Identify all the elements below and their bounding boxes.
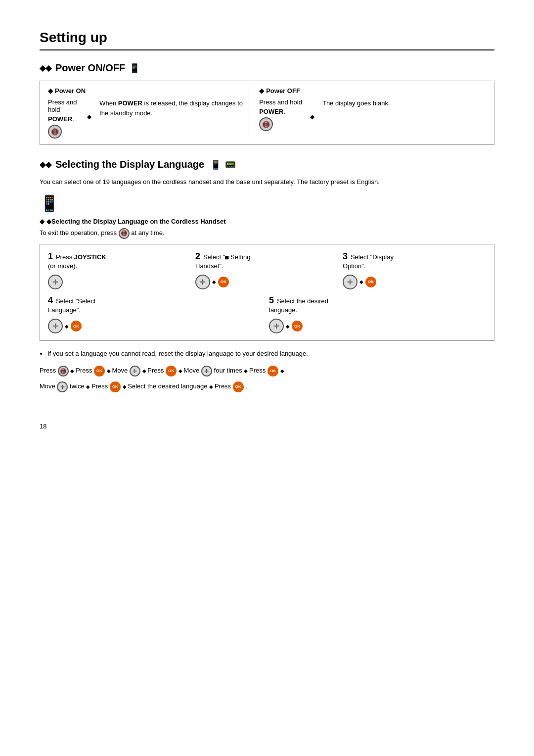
- step-3-ok: OK: [365, 277, 376, 287]
- step-3-header: 3 Select "DisplayOption".: [343, 251, 486, 271]
- language-header-text: Selecting the Display Language: [55, 159, 204, 170]
- step-4-header: 4 Select "SelectLanguage".: [48, 295, 265, 315]
- reset-arrow1: ◆: [70, 368, 76, 374]
- step-4-icons: ✛ ◆ OK: [48, 319, 265, 333]
- power-off-col3: The display goes blank.: [322, 98, 390, 108]
- reset-arrow2: ◆: [107, 368, 112, 374]
- cordless-header-text: ◆Selecting the Display Language on the C…: [46, 218, 226, 225]
- step-4: 4 Select "SelectLanguage". ✛ ◆ OK: [48, 295, 265, 333]
- step-2: 2 Select "■ SettingHandset". ✛ ◆ OK: [195, 251, 339, 289]
- reset-ok2: OK: [166, 366, 177, 377]
- reset-ok5: OK: [233, 381, 244, 392]
- reset-move2: Move: [184, 367, 201, 374]
- power-header-text: Power ON/OFF: [55, 62, 125, 74]
- reset-arrow6: ◆: [280, 368, 284, 374]
- reset-arrow5: ◆: [244, 368, 249, 374]
- step-5-ok: OK: [292, 321, 303, 331]
- reset-press3-text: Press: [147, 367, 166, 374]
- step-3-num: 3: [343, 251, 348, 261]
- step-5-icons: ✛ ◆ OK: [269, 319, 486, 333]
- step-4-label: Select "SelectLanguage".: [48, 297, 95, 314]
- reset-press4-text: Press: [249, 367, 267, 374]
- power-off-arrow: ◆: [310, 113, 314, 120]
- step-1-label: Press JOYSTICK(or move).: [48, 253, 106, 270]
- power-off-icon: 📵: [259, 117, 273, 131]
- step-2-header: 2 Select "■ SettingHandset".: [195, 251, 339, 271]
- power-on-text: Power ON: [55, 87, 86, 94]
- reset-arrow3: ◆: [142, 368, 148, 374]
- power-on-steps: Press and hold POWER. 📵 ◆ When POWER is …: [48, 98, 244, 139]
- reset-period: .: [245, 382, 247, 390]
- page-title: Setting up: [40, 30, 494, 50]
- power-on-diamond: ◆: [48, 87, 53, 94]
- exit-note-end: at any time.: [131, 229, 164, 236]
- reset-arrow7: ◆: [86, 384, 91, 389]
- reset-ok1: OK: [94, 366, 105, 377]
- handset-icon: 📱: [210, 159, 221, 170]
- step-5-joystick: ✛: [269, 319, 284, 333]
- step-3: 3 Select "DisplayOption". ✛ ◆ OK: [343, 251, 486, 289]
- power-on-col3: When POWER is released, the display chan…: [99, 98, 244, 118]
- exit-note: To exit the operation, press 📵 at any ti…: [40, 228, 494, 239]
- power-off-desc: The display goes blank.: [322, 98, 390, 108]
- step-5-label: Select the desiredlanguage.: [269, 297, 328, 314]
- power-off-text: Power OFF: [266, 87, 300, 94]
- page-number: 18: [40, 423, 494, 430]
- reset-seq-line2: Move ✛ twice ◆ Press OK ◆ Select the des…: [40, 380, 494, 393]
- cordless-diamond: ◆: [40, 218, 44, 225]
- step-1-header: 1 Press JOYSTICK(or move).: [48, 251, 191, 271]
- step-5: 5 Select the desiredlanguage. ✛ ◆ OK: [269, 295, 486, 333]
- note-list: If you set a language you cannot read, r…: [47, 349, 494, 359]
- diamond-icon: ◆◆: [40, 63, 51, 73]
- reset-move1: Move: [112, 367, 130, 374]
- step-2-num: 2: [195, 251, 200, 261]
- reset-press1-text: Press: [40, 367, 58, 374]
- power-on-arrow: ◆: [87, 113, 91, 120]
- step-2-joystick: ✛: [195, 275, 210, 289]
- power-on-label: ◆ Power ON: [48, 87, 244, 94]
- reset-ok3: OK: [267, 366, 278, 377]
- reset-joystick2: ✛: [201, 366, 212, 377]
- steps-row1: 1 Press JOYSTICK(or move). ✛ 2 Select "■…: [48, 251, 486, 289]
- handset-image: 📱: [40, 194, 494, 213]
- steps-row2: 4 Select "SelectLanguage". ✛ ◆ OK 5 Sele…: [48, 295, 486, 333]
- step-4-arrow: ◆: [65, 324, 69, 329]
- step-2-label: Select "■ SettingHandset".: [195, 253, 251, 270]
- power-inner: ◆ Power ON Press and hold POWER. 📵 ◆ Whe…: [48, 87, 455, 139]
- language-section-header: ◆◆ Selecting the Display Language 📱 📟: [40, 159, 494, 170]
- power-off-section: ◆ Power OFF Press and hold POWER. 📵 ◆ Th…: [249, 87, 455, 139]
- power-on-power-bold: POWER.: [48, 115, 79, 123]
- power-off-arrow-col: ◆: [310, 98, 314, 120]
- reset-offhook: 📵: [58, 366, 69, 377]
- power-on-off-box: ◆ Power ON Press and hold POWER. 📵 ◆ Whe…: [40, 81, 494, 145]
- power-on-section: ◆ Power ON Press and hold POWER. 📵 ◆ Whe…: [48, 87, 249, 139]
- reset-seq-line1: Press 📵 ◆ Press OK ◆ Move ✛ ◆ Press OK ◆…: [40, 364, 494, 377]
- step-3-joystick: ✛: [343, 275, 357, 289]
- power-off-power-bold: POWER.: [259, 108, 302, 115]
- reset-move3: Move: [40, 382, 57, 390]
- reset-twice-text: twice: [70, 382, 86, 390]
- cordless-header: ◆ ◆Selecting the Display Language on the…: [40, 218, 494, 225]
- reset-press2-text: Press: [76, 367, 94, 374]
- step-4-ok: OK: [71, 321, 82, 331]
- step-1-joystick: ✛: [48, 275, 63, 289]
- reset-press6-text: Press: [215, 382, 233, 390]
- step-2-icons: ✛ ◆ OK: [195, 275, 339, 289]
- steps-box: 1 Press JOYSTICK(or move). ✛ 2 Select "■…: [40, 244, 494, 341]
- base-icon: 📟: [225, 159, 236, 170]
- step-4-num: 4: [48, 295, 53, 305]
- power-on-press-hold: Press and hold: [48, 98, 79, 113]
- step-1-num: 1: [48, 251, 53, 261]
- step-5-num: 5: [269, 295, 274, 305]
- reset-press5-text: Press: [91, 382, 110, 390]
- reset-ok4: OK: [110, 381, 121, 392]
- exit-icon: 📵: [119, 228, 130, 239]
- reset-joystick1: ✛: [130, 366, 140, 377]
- step-5-header: 5 Select the desiredlanguage.: [269, 295, 486, 315]
- power-off-steps: Press and hold POWER. 📵 ◆ The display go…: [259, 98, 455, 131]
- reset-fourtimes: four times: [214, 367, 244, 374]
- reset-arrow9: ◆: [209, 384, 215, 389]
- exit-note-text: To exit the operation, press: [40, 229, 117, 236]
- language-description: You can select one of 19 languages on th…: [40, 177, 494, 187]
- power-off-label: ◆ Power OFF: [259, 87, 455, 94]
